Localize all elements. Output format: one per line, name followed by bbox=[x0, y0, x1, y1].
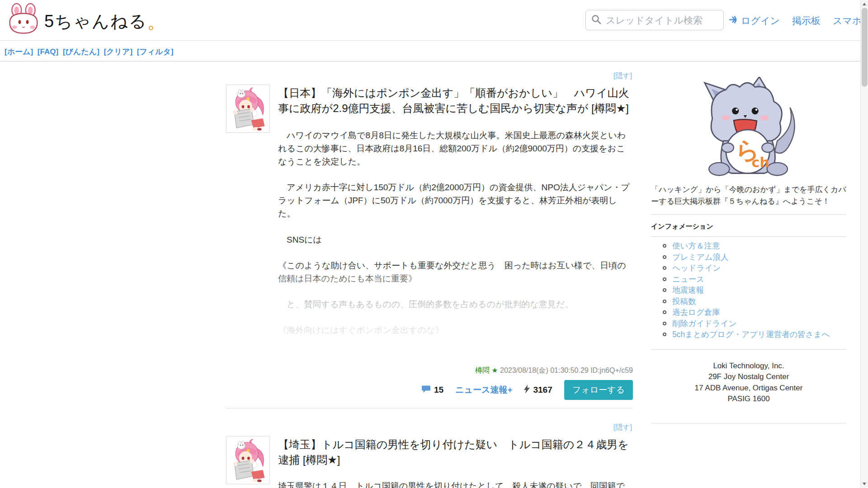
list-item: 5chまとめブログ・アプリ運営者の皆さまへ bbox=[663, 329, 846, 340]
board-link[interactable]: ニュース速報+ bbox=[455, 384, 512, 396]
registered-mark-icon bbox=[149, 26, 153, 30]
bullet-icon bbox=[663, 288, 666, 292]
excerpt-paragraph: 《このような助け合い、サポートも重要な外交だと思う 困った時はお互い様で、日頃の… bbox=[278, 259, 633, 285]
list-item: ニュース bbox=[663, 274, 846, 285]
bullet-icon bbox=[663, 322, 666, 325]
address-line: PASIG 1600 bbox=[651, 394, 846, 405]
comment-count[interactable]: 15 bbox=[422, 385, 443, 395]
thread-item: 【埼玉】トルコ国籍の男性を切り付けた疑い トルコ国籍の２４歳男を逮捕 [樽悶★]… bbox=[226, 436, 633, 488]
momentum-value: 3167 bbox=[533, 385, 552, 395]
thread-divider bbox=[226, 408, 633, 408]
author-star: ★ bbox=[491, 366, 498, 374]
login-label: ログイン bbox=[741, 14, 780, 27]
thread-excerpt: 埼玉県警は１４日、トルコ国籍の男性を切り付けたとして、殺人未遂の疑いで、同国籍で… bbox=[226, 479, 633, 488]
sidebar-link-premium[interactable]: プレミアム浪人 bbox=[672, 252, 729, 263]
sidebar-link-archive[interactable]: 過去ログ倉庫 bbox=[672, 307, 720, 318]
sidebar-link-news[interactable]: ニュース bbox=[672, 274, 704, 285]
bullet-icon bbox=[663, 255, 666, 259]
site-name: 5ちゃんねる bbox=[44, 10, 147, 33]
nav-bintan-link[interactable]: [びんたん] bbox=[63, 47, 99, 56]
excerpt-paragraph: 《海外向けにはすぐポンポン金出すのな》 bbox=[278, 324, 633, 337]
sidebar: ら ch 「ハッキング」から「今晩のおかず」までを手広くカバーする巨大掲示板群『… bbox=[651, 71, 846, 423]
thread-thumbnail[interactable] bbox=[226, 436, 270, 484]
board-list-label: 掲示板 bbox=[792, 14, 821, 27]
thread-title[interactable]: 【日本】「海外にはポンポン金出す」「順番がおかしい」 ハワイ山火事に政府が2.9… bbox=[226, 84, 633, 116]
excerpt-paragraph: アメリカ赤十字に対し150万ドル（約2億2000万円）の資金提供、NPO法人ジャ… bbox=[278, 181, 633, 220]
scrollbar[interactable] bbox=[860, 0, 868, 488]
sidebar-divider bbox=[651, 423, 846, 423]
nav-bar: [ホーム] [FAQ] [びんたん] [クリア] [フィルタ] bbox=[0, 41, 868, 61]
header-links: ログイン 掲示板 スマホ版 bbox=[729, 14, 868, 27]
excerpt-paragraph: ハワイのマウイ島で8月8日に発生した大規模な山火事。米国史上最悪の森林火災といわ… bbox=[278, 129, 633, 168]
bullet-icon bbox=[663, 300, 666, 303]
post-meta: 樽悶 ★ 2023/08/18(金) 01:30:50.29 ID:jn6Q+/… bbox=[226, 366, 633, 375]
nav-faq-link[interactable]: [FAQ] bbox=[38, 47, 58, 56]
author-name: 樽悶 bbox=[475, 366, 490, 374]
scroll-down-icon[interactable] bbox=[863, 483, 866, 485]
scrollbar-thumb[interactable] bbox=[862, 8, 868, 87]
nav-filter-link[interactable]: [フィルタ] bbox=[137, 47, 174, 56]
nav-clear-link[interactable]: [クリア] bbox=[104, 47, 133, 56]
thread-thumbnail[interactable] bbox=[226, 84, 270, 133]
post-datetime-id: 2023/08/18(金) 01:30:50.29 ID:jn6Q+/c59 bbox=[500, 366, 633, 374]
info-link-list: 使い方＆注意 プレミアム浪人 ヘッドライン ニュース 地震速報 投稿数 過去ログ… bbox=[651, 240, 846, 340]
info-heading: インフォメーション bbox=[651, 222, 846, 231]
sidebar-link-headline[interactable]: ヘッドライン bbox=[672, 263, 721, 273]
excerpt-paragraph: SNSには bbox=[278, 233, 633, 246]
search-input[interactable] bbox=[606, 15, 718, 26]
scroll-up-icon[interactable] bbox=[863, 3, 866, 5]
sidebar-divider bbox=[651, 214, 846, 215]
thread-item: 【日本】「海外にはポンポン金出す」「順番がおかしい」 ハワイ山火事に政府が2.9… bbox=[226, 84, 633, 408]
list-item: 削除ガイドライン bbox=[663, 318, 846, 329]
thread-search-box[interactable] bbox=[585, 10, 724, 30]
hide-thread-link[interactable]: [隠す] bbox=[226, 71, 633, 81]
list-item: ヘッドライン bbox=[663, 263, 846, 274]
address-line: 29F Joy Nostalg Center bbox=[651, 371, 846, 383]
bullet-icon bbox=[663, 277, 666, 281]
thread-list: [隠す] bbox=[226, 71, 633, 488]
company-address: Loki Technology, Inc. 29F Joy Nostalg Ce… bbox=[651, 361, 846, 405]
momentum-count: 3167 bbox=[524, 385, 552, 396]
comment-count-value: 15 bbox=[434, 385, 443, 395]
bullet-icon bbox=[663, 310, 666, 314]
nav-home-link[interactable]: [ホーム] bbox=[5, 47, 33, 56]
list-item: プレミアム浪人 bbox=[663, 252, 846, 263]
thread-excerpt: ハワイのマウイ島で8月8日に発生した大規模な山火事。米国史上最悪の森林火災といわ… bbox=[278, 116, 633, 344]
sidebar-link-usage[interactable]: 使い方＆注意 bbox=[672, 240, 720, 251]
sidebar-link-deletion-guideline[interactable]: 削除ガイドライン bbox=[672, 318, 736, 329]
welcome-text: 「ハッキング」から「今晩のおかず」までを手広くカバーする巨大掲示板群『５ちゃんね… bbox=[651, 184, 846, 207]
svg-text:ch: ch bbox=[752, 155, 769, 170]
login-link[interactable]: ログイン bbox=[729, 14, 780, 27]
login-icon bbox=[729, 15, 738, 27]
thread-stats: 15 ニュース速報+ 3167 フォローする bbox=[226, 380, 633, 400]
follow-button[interactable]: フォローする bbox=[564, 380, 633, 400]
site-logo[interactable]: 5ちゃんねる bbox=[6, 3, 153, 39]
comment-icon bbox=[422, 385, 431, 395]
bullet-icon bbox=[663, 266, 666, 270]
search-icon bbox=[591, 14, 601, 26]
list-item: 地震速報 bbox=[663, 285, 846, 296]
bullet-icon bbox=[663, 333, 666, 336]
address-line: Loki Technology, Inc. bbox=[651, 361, 846, 372]
address-line: 17 ADB Avenue, Ortigas Center bbox=[651, 383, 846, 394]
excerpt-paragraph: と、賛同する声もあるものの、圧倒的多数を占めるのが批判的な意見だ。 bbox=[278, 298, 633, 311]
sidebar-link-earthquake[interactable]: 地震速報 bbox=[672, 285, 704, 296]
sidebar-divider bbox=[651, 236, 846, 237]
list-item: 使い方＆注意 bbox=[663, 240, 846, 252]
list-item: 過去ログ倉庫 bbox=[663, 307, 846, 318]
bullet-icon bbox=[663, 244, 666, 248]
mascot-image: ら ch bbox=[651, 77, 846, 179]
bunny-logo-icon bbox=[6, 3, 41, 39]
sidebar-link-blog-operators[interactable]: 5chまとめブログ・アプリ運営者の皆さまへ bbox=[672, 329, 830, 340]
sidebar-link-post-count[interactable]: 投稿数 bbox=[672, 296, 696, 307]
board-list-link[interactable]: 掲示板 bbox=[792, 14, 821, 27]
hide-thread-link[interactable]: [隠す] bbox=[226, 423, 633, 432]
header: 5ちゃんねる ログイン 掲示板 スマホ版 bbox=[0, 0, 868, 41]
momentum-icon bbox=[524, 385, 530, 396]
thread-title[interactable]: 【埼玉】トルコ国籍の男性を切り付けた疑い トルコ国籍の２４歳男を逮捕 [樽悶★] bbox=[226, 436, 633, 468]
sidebar-divider bbox=[651, 349, 846, 350]
list-item: 投稿数 bbox=[663, 296, 846, 307]
